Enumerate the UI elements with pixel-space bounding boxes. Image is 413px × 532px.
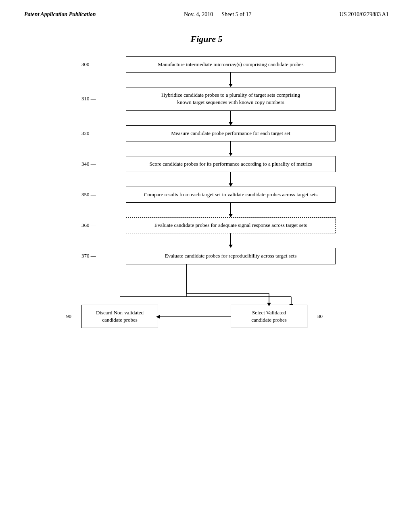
label-300: 300 — xyxy=(81,61,96,68)
label-370: 370 — xyxy=(81,253,96,259)
step-320-row: 320 — Measure candidate probe performanc… xyxy=(81,125,380,141)
box-discard: Discard Non-validatedcandidate probes xyxy=(81,305,158,328)
bottom-section: Select Validatedcandidate probes — 80 Di… xyxy=(33,264,380,329)
figure-title: Figure 5 xyxy=(0,34,413,44)
box-370: Evaluate candidate probes for reproducib… xyxy=(126,248,336,264)
sheet: Sheet 5 of 17 xyxy=(221,11,251,17)
step-300-row: 300 — Manufacture intermediate microarra… xyxy=(81,56,380,73)
select-validated-text: Select Validatedcandidate probes xyxy=(251,310,287,323)
label-360: 360 — xyxy=(81,222,96,229)
discard-text: Discard Non-validatedcandidate probes xyxy=(96,310,144,323)
arrow-300-310 xyxy=(126,73,336,87)
flow-main: 300 — Manufacture intermediate microarra… xyxy=(33,56,380,264)
box-310: Hybridize candidate probes to a pluralit… xyxy=(126,87,336,110)
arrow-310-320 xyxy=(126,111,336,125)
step-310-row: 310 — Hybridize candidate probes to a pl… xyxy=(81,87,380,110)
box-340: Score candidate probes for its performan… xyxy=(126,156,336,172)
label-310: 310 — xyxy=(81,96,96,102)
patent-number: US 2010/0279883 A1 xyxy=(340,11,389,18)
step-350-row: 350 — Compare results from each target s… xyxy=(81,187,380,203)
step-360-row: 360 — Evaluate candidate probes for adeq… xyxy=(81,217,380,233)
page-header: Patent Application Publication Nov. 4, 2… xyxy=(0,0,413,18)
label-320: 320 — xyxy=(81,130,96,137)
flowchart: 300 — Manufacture intermediate microarra… xyxy=(33,56,380,329)
label-90: 90 — xyxy=(66,313,78,320)
arrow-350-360 xyxy=(126,203,336,217)
label-350: 350 — xyxy=(81,191,96,198)
box-350: Compare results from each target set to … xyxy=(126,187,336,203)
label-80: — 80 xyxy=(311,313,323,320)
box-select-validated: Select Validatedcandidate probes xyxy=(231,305,307,328)
arrow-360-370 xyxy=(126,233,336,248)
box-310-text: Hybridize candidate probes to a pluralit… xyxy=(161,92,300,105)
step-370-row: 370 — Evaluate candidate probes for repr… xyxy=(81,248,380,264)
box-360: Evaluate candidate probes for adequate s… xyxy=(126,217,336,233)
date-sheet: Nov. 4, 2010 Sheet 5 of 17 xyxy=(184,11,251,18)
publication-label: Patent Application Publication xyxy=(24,11,96,18)
date: Nov. 4, 2010 xyxy=(184,11,213,17)
label-340: 340 — xyxy=(81,161,96,167)
arrow-320-340 xyxy=(126,141,336,156)
box-320: Measure candidate probe performance for … xyxy=(126,125,336,141)
step-340-row: 340 — Score candidate probes for its per… xyxy=(81,156,380,172)
box-300: Manufacture intermediate microarray(s) c… xyxy=(126,56,336,73)
arrow-340-350 xyxy=(126,172,336,187)
left-box-wrapper: Discard Non-validatedcandidate probes 90… xyxy=(81,305,158,328)
right-box-wrapper: Select Validatedcandidate probes — 80 xyxy=(231,305,307,328)
